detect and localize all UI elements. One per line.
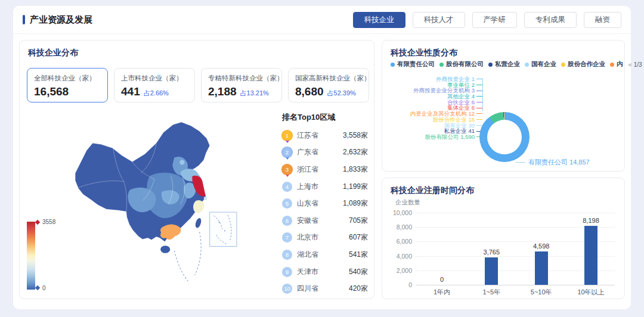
top10-region-name: 湖北省 (297, 250, 318, 260)
bar-10年以上[interactable] (584, 226, 597, 285)
top10-region-value: 3,558家 (343, 130, 368, 141)
top10-row-6: 6安徽省705家 (282, 212, 368, 229)
tab-2[interactable]: 产学研 (472, 12, 518, 28)
map-region-shanghai (204, 197, 208, 200)
rank-medal-icon: 3 (282, 164, 292, 175)
tab-3[interactable]: 专利成果 (524, 12, 577, 28)
stat-card-value-row: 8,680占52.39% (295, 85, 362, 98)
stat-card-percent: 占13.21% (240, 89, 269, 98)
rank-medal-icon: 2 (282, 147, 292, 157)
color-scale-max-label: 3558 (42, 219, 55, 225)
color-scale-gradient-bar[interactable] (27, 222, 35, 290)
top10-region-name: 江苏省 (297, 130, 318, 141)
map-inset-island (224, 230, 225, 231)
legend-item-5[interactable]: 内 (610, 60, 623, 69)
donut-label-line (476, 108, 482, 108)
panel-title: 科技企业性质分布 (391, 48, 457, 58)
legend-item-3[interactable]: 国有企业 (525, 60, 556, 69)
legend-label: 有限责任公司 (397, 60, 435, 69)
bar-1~5年[interactable] (485, 257, 498, 285)
top10-region-name: 上海市 (297, 182, 318, 192)
legend-item-0[interactable]: 有限责任公司 (391, 60, 435, 69)
stat-card-value-row: 441占2.66% (121, 85, 188, 98)
donut-label-line (476, 96, 482, 97)
stat-card-1[interactable]: 上市科技企业（家）441占2.66% (114, 68, 195, 102)
top10-region-name: 北京市 (297, 232, 318, 243)
stat-card-value: 8,680 (295, 85, 324, 98)
color-scale-max-marker (35, 220, 40, 225)
bar-category-label: 10年以上 (577, 288, 604, 297)
legend-label: 股份合作企业 (568, 60, 605, 69)
tab-1[interactable]: 科技人才 (413, 12, 465, 28)
top10-row-2: 2广东省2,632家 (282, 144, 368, 161)
stat-card-0[interactable]: 全部科技企业（家）16,568 (27, 68, 108, 102)
top10-region-name: 广东省 (297, 147, 318, 157)
rank-number-icon: 10 (282, 284, 292, 294)
top10-region-ranking: 排名Top10区域 1江苏省3,558家2广东省2,632家3浙江省1,833家… (282, 112, 368, 297)
legend-dot (488, 63, 493, 67)
panel-enterprise-nature-distribution: 科技企业性质分布 有限责任公司股份有限公司私营企业国有企业股份合作企业内◀1/3… (382, 40, 625, 172)
tab-4[interactable]: 融资 (584, 12, 621, 28)
stat-card-label: 全部科技企业（家） (34, 74, 101, 83)
panel-registration-time-distribution: 科技企业注册时间分布 企业数量 02,0004,0006,0008,00010,… (382, 178, 625, 299)
donut-label-line (476, 113, 482, 114)
top10-row-8: 8湖北省541家 (282, 246, 368, 263)
legend-page-indicator: 1/3 (634, 61, 642, 68)
donut-label-line (476, 119, 482, 120)
rank-number-icon: 8 (282, 250, 292, 260)
stat-card-value-row: 2,188占13.21% (208, 85, 275, 98)
legend-item-4[interactable]: 股份合作企业 (561, 60, 605, 69)
top10-row-5: 5山东省1,089家 (282, 195, 368, 212)
panel-title: 科技企业分布 (28, 48, 78, 58)
stat-card-3[interactable]: 国家高新科技企业（家）8,680占52.39% (288, 68, 369, 102)
rank-number-icon: 6 (282, 216, 292, 226)
stat-card-value: 441 (121, 85, 140, 98)
bar-chart[interactable]: 02,0004,0006,0008,00010,00001年内3,7651~5年… (382, 178, 624, 299)
legend-dot (439, 63, 444, 67)
top10-region-name: 天津市 (297, 267, 318, 277)
legend-pagination: ◀1/3▶ (628, 61, 644, 68)
top10-region-value: 607家 (349, 232, 368, 243)
legend-dot (561, 63, 565, 67)
donut-legend: 有限责任公司股份有限公司私营企业国有企业股份合作企业内◀1/3▶ (391, 60, 618, 69)
map-nine-dash-line (174, 232, 201, 281)
china-choropleth-map[interactable] (57, 111, 243, 297)
legend-label: 私营企业 (495, 60, 520, 69)
rank-number-icon: 4 (282, 182, 292, 192)
page-header: 产业资源及发展 科技企业科技人才产学研专利成果融资 (13, 6, 631, 34)
legend-dot (525, 63, 529, 67)
map-region-taiwan (194, 217, 202, 229)
stat-card-percent: 占2.66% (144, 89, 169, 98)
legend-dot (610, 63, 614, 67)
bar-chart-y-tick: 8,000 (386, 223, 412, 231)
stat-card-label: 专精特新科技企业（家） (208, 74, 275, 83)
page-title: 产业资源及发展 (30, 14, 92, 26)
donut-chart[interactable] (479, 112, 530, 162)
stat-card-2[interactable]: 专精特新科技企业（家）2,188占13.21% (201, 68, 282, 102)
bar-chart-gridline (416, 213, 615, 213)
legend-prev-arrow-icon[interactable]: ◀ (628, 62, 631, 67)
rank-medal-icon: 1 (282, 130, 292, 141)
tab-0-active[interactable]: 科技企业 (353, 12, 405, 28)
legend-item-1[interactable]: 股份有限公司 (439, 60, 484, 69)
bar-chart-y-tick: 0 (386, 281, 412, 288)
rank-number-icon: 7 (282, 232, 292, 243)
donut-label-line (476, 79, 482, 79)
map-region-guangdong (160, 224, 181, 240)
donut-main-label: 有限责任公司 14,857 (516, 158, 590, 167)
bar-5~10年[interactable] (535, 251, 548, 285)
china-map-svg (57, 111, 243, 297)
top10-region-name: 山东省 (297, 198, 318, 209)
legend-dot (391, 63, 395, 67)
color-scale-min-label: 0 (42, 285, 46, 291)
map-inset-island (219, 222, 220, 223)
top10-row-10: 10四川省420家 (282, 280, 368, 297)
top10-region-value: 705家 (349, 216, 368, 226)
top10-region-name: 安徽省 (297, 216, 318, 226)
bar-chart-y-tick: 2,000 (386, 267, 412, 274)
legend-item-2[interactable]: 私营企业 (488, 60, 520, 69)
top10-row-9: 9天津市540家 (282, 263, 368, 281)
top10-region-value: 420家 (349, 284, 368, 294)
map-color-scale: 3558 0 (27, 218, 69, 296)
bar-chart-baseline (416, 285, 615, 285)
